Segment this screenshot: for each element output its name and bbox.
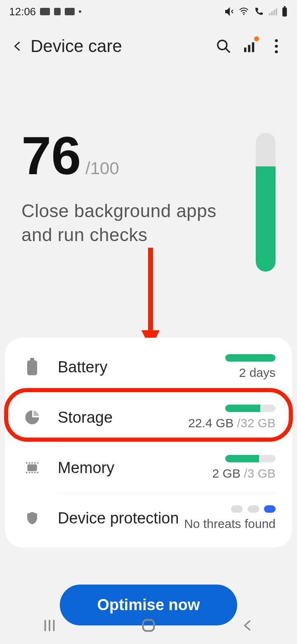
svg-rect-29 — [37, 472, 38, 473]
battery-icon — [26, 358, 38, 376]
status-more-dot — [79, 10, 81, 13]
score-bar — [256, 133, 276, 272]
recents-icon — [42, 618, 57, 633]
svg-point-14 — [275, 50, 278, 53]
svg-rect-4 — [276, 9, 277, 15]
system-nav-bar — [0, 607, 297, 644]
svg-rect-23 — [34, 462, 35, 464]
page-title: Device care — [31, 36, 122, 56]
nav-recents[interactable] — [25, 613, 74, 638]
svg-rect-24 — [37, 462, 38, 464]
nav-back[interactable] — [223, 613, 272, 638]
svg-rect-26 — [29, 472, 30, 473]
row-battery[interactable]: Battery 2 days — [5, 342, 292, 392]
back-icon — [241, 618, 254, 633]
mute-icon — [224, 7, 234, 17]
back-button[interactable] — [7, 36, 27, 56]
score-value: 76 — [21, 129, 81, 182]
svg-rect-17 — [27, 360, 37, 375]
svg-rect-3 — [273, 10, 275, 15]
status-right — [224, 6, 288, 17]
svg-rect-6 — [284, 6, 285, 7]
storage-sub: 22.4 GB /32 GB — [188, 416, 276, 430]
data-usage-button[interactable] — [237, 33, 263, 59]
svg-rect-33 — [143, 620, 154, 631]
storage-bar — [225, 405, 276, 412]
memory-sub: 2 GB /3 GB — [212, 466, 276, 481]
score-bar-fill — [256, 166, 276, 272]
svg-rect-1 — [269, 13, 271, 15]
svg-rect-11 — [252, 43, 255, 52]
row-protection[interactable]: Device protection No threats found — [5, 493, 292, 543]
svg-rect-5 — [283, 7, 287, 17]
wifi-calling-icon — [253, 7, 264, 17]
svg-point-0 — [243, 14, 245, 15]
svg-rect-22 — [31, 462, 33, 464]
chevron-left-icon — [12, 38, 23, 54]
search-icon — [216, 38, 231, 54]
protection-label: Device protection — [58, 509, 179, 527]
status-time: 12:06 — [9, 5, 36, 18]
status-bar: 12:06 — [0, 0, 297, 23]
app-bar: Device care — [0, 23, 297, 67]
svg-point-13 — [275, 45, 278, 47]
svg-rect-2 — [271, 12, 273, 15]
notification-dot — [254, 36, 259, 41]
more-button[interactable] — [263, 33, 290, 59]
svg-rect-10 — [248, 45, 250, 52]
home-icon — [140, 617, 157, 634]
device-card: Battery 2 days Storage 22.4 GB /32 GB Me… — [5, 338, 292, 547]
battery-label: Battery — [58, 358, 107, 376]
row-storage[interactable]: Storage 22.4 GB /32 GB — [5, 392, 292, 443]
battery-sub: 2 days — [239, 366, 276, 380]
memory-label: Memory — [58, 459, 114, 477]
svg-rect-9 — [244, 47, 247, 52]
svg-rect-28 — [34, 472, 35, 473]
battery-bar — [225, 354, 276, 362]
svg-rect-18 — [30, 358, 34, 360]
nav-home[interactable] — [124, 613, 173, 638]
score-max: /100 — [85, 159, 119, 178]
svg-rect-25 — [26, 472, 27, 473]
search-button[interactable] — [210, 33, 237, 59]
more-vertical-icon — [274, 39, 278, 54]
status-icon-vpn — [40, 8, 50, 15]
score-section: 76 /100 Close background apps and run ch… — [0, 67, 297, 288]
memory-bar — [225, 455, 276, 462]
status-icon-sd — [54, 8, 61, 15]
shield-icon — [25, 509, 40, 527]
svg-rect-19 — [27, 464, 37, 471]
svg-rect-27 — [31, 472, 33, 473]
status-left: 12:06 — [9, 5, 81, 18]
storage-icon — [24, 409, 40, 426]
svg-point-12 — [275, 39, 278, 42]
row-memory[interactable]: Memory 2 GB /3 GB — [5, 443, 292, 493]
protection-sub: No threats found — [184, 517, 276, 531]
memory-icon — [24, 459, 40, 476]
status-icon-mail — [65, 8, 75, 15]
battery-icon — [281, 6, 288, 17]
svg-rect-20 — [26, 462, 27, 464]
signal-icon — [268, 7, 277, 17]
svg-rect-21 — [29, 462, 30, 464]
svg-line-8 — [226, 48, 230, 52]
score-message: Close background apps and run checks — [21, 199, 236, 247]
wifi-icon — [238, 7, 249, 17]
storage-label: Storage — [58, 409, 113, 426]
protection-dots — [231, 505, 276, 513]
